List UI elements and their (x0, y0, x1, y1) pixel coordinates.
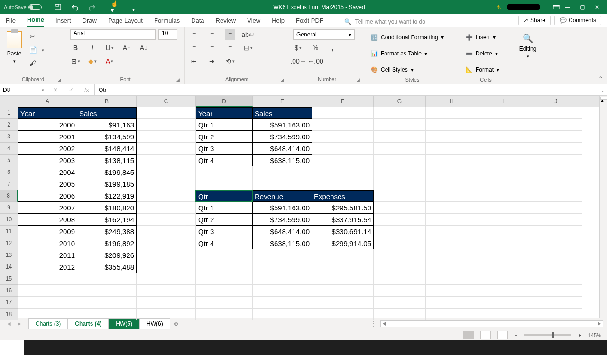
cell[interactable] (530, 309, 582, 320)
cell[interactable] (312, 107, 374, 119)
increase-decimal-icon[interactable]: .00→ (293, 56, 304, 66)
cell[interactable] (312, 131, 374, 143)
cell[interactable] (426, 166, 478, 178)
row-header-4[interactable]: 4 (0, 143, 18, 155)
vertical-scrollbar[interactable]: ▴ (599, 96, 607, 318)
cell[interactable] (478, 155, 530, 166)
format-painter-icon[interactable]: 🖌 (28, 58, 38, 68)
cell[interactable] (530, 131, 582, 143)
grow-font-icon[interactable]: A↑ (121, 43, 132, 53)
col-header-F[interactable]: F (312, 96, 374, 107)
cell[interactable] (374, 309, 426, 320)
cell[interactable] (77, 297, 137, 309)
cell[interactable] (478, 285, 530, 297)
cell[interactable]: Qtr 1 (196, 119, 253, 131)
row-header-8[interactable]: 8 (0, 190, 18, 202)
cell[interactable] (374, 226, 426, 237)
cell[interactable] (478, 297, 530, 309)
cell[interactable] (478, 166, 530, 178)
row-header-3[interactable]: 3 (0, 131, 18, 143)
cell[interactable]: 2004 (18, 166, 77, 178)
cell[interactable]: Qtr 2 (196, 214, 253, 226)
row-header-11[interactable]: 11 (0, 226, 18, 237)
cell[interactable]: 2005 (18, 178, 77, 190)
col-header-G[interactable]: G (374, 96, 426, 107)
cell[interactable]: 2000 (18, 119, 77, 131)
expand-formula-bar-icon[interactable]: ⌄ (598, 84, 607, 95)
normal-view-button[interactable] (463, 331, 474, 339)
tab-home[interactable]: Home (27, 14, 44, 27)
cell[interactable] (530, 261, 582, 273)
cell[interactable] (530, 297, 582, 309)
cell[interactable] (478, 261, 530, 273)
cell[interactable] (253, 285, 312, 297)
tab-foxit[interactable]: Foxit PDF (296, 15, 323, 27)
bold-icon[interactable]: B (70, 43, 81, 53)
cell[interactable] (478, 190, 530, 202)
cell[interactable] (374, 249, 426, 261)
launcher-icon[interactable]: ◢ (58, 77, 61, 82)
cell[interactable] (374, 190, 426, 202)
percent-icon[interactable]: % (310, 43, 321, 53)
cell[interactable] (196, 273, 253, 285)
comments-button[interactable]: 💬Comments (554, 16, 601, 25)
col-header-H[interactable]: H (426, 96, 478, 107)
zoom-slider[interactable] (524, 334, 571, 336)
row-header-13[interactable]: 13 (0, 249, 18, 261)
windows-taskbar[interactable] (0, 340, 607, 355)
copy-icon[interactable]: 📄 (28, 45, 38, 55)
cell[interactable]: $330,691.14 (312, 226, 374, 237)
tab-insert[interactable]: Insert (55, 15, 71, 27)
close-icon[interactable]: ✕ (595, 4, 599, 10)
page-layout-view-button[interactable] (480, 331, 491, 339)
font-name-select[interactable]: Arial (70, 29, 156, 40)
cell[interactable] (478, 131, 530, 143)
cancel-formula-icon[interactable]: ✕ (53, 87, 58, 93)
touch-mode-icon[interactable]: ☝ ▾ (111, 1, 122, 13)
select-all-corner[interactable] (0, 96, 18, 107)
cell[interactable] (312, 261, 374, 273)
cell[interactable]: Qtr 3 (196, 226, 253, 237)
align-right-icon[interactable]: ≡ (225, 43, 235, 53)
tab-data[interactable]: Data (191, 15, 204, 27)
cell[interactable] (530, 190, 582, 202)
cell[interactable]: Expenses (312, 190, 374, 202)
launcher-icon[interactable]: ◢ (357, 77, 360, 82)
ribbon-options-icon[interactable] (551, 1, 562, 13)
cell[interactable] (478, 249, 530, 261)
cell[interactable] (312, 273, 374, 285)
cell[interactable] (530, 237, 582, 249)
cell[interactable] (18, 285, 77, 297)
cell[interactable] (137, 143, 196, 155)
cell[interactable] (196, 178, 253, 190)
cell[interactable] (374, 143, 426, 155)
cell[interactable]: Year (18, 107, 77, 119)
decrease-indent-icon[interactable]: ⇤ (189, 56, 199, 66)
cell[interactable] (478, 214, 530, 226)
row-header-18[interactable]: 18 (0, 309, 18, 320)
cell[interactable] (374, 285, 426, 297)
cell[interactable] (426, 309, 478, 320)
cell[interactable]: $638,115.00 (253, 237, 312, 249)
cell[interactable]: Qtr 4 (196, 237, 253, 249)
cell[interactable] (530, 155, 582, 166)
comma-icon[interactable]: , (327, 43, 338, 53)
cell[interactable] (478, 107, 530, 119)
cell[interactable] (426, 155, 478, 166)
tab-view[interactable]: View (247, 15, 260, 27)
cell[interactable]: $91,163 (77, 119, 137, 131)
cell[interactable] (426, 107, 478, 119)
cell[interactable] (196, 166, 253, 178)
cell[interactable]: $199,845 (77, 166, 137, 178)
horizontal-scrollbar[interactable] (380, 320, 603, 327)
cell[interactable] (137, 237, 196, 249)
page-break-view-button[interactable] (497, 331, 508, 339)
cell[interactable]: 2011 (18, 249, 77, 261)
insert-cells-button[interactable]: ➕Insert▾ (464, 31, 497, 44)
maximize-icon[interactable]: ▢ (580, 4, 585, 10)
cell[interactable] (77, 309, 137, 320)
tab-review[interactable]: Review (216, 15, 236, 27)
cell[interactable]: $734,599.00 (253, 214, 312, 226)
share-button[interactable]: ↗Share (518, 16, 551, 25)
cell[interactable]: $196,892 (77, 237, 137, 249)
